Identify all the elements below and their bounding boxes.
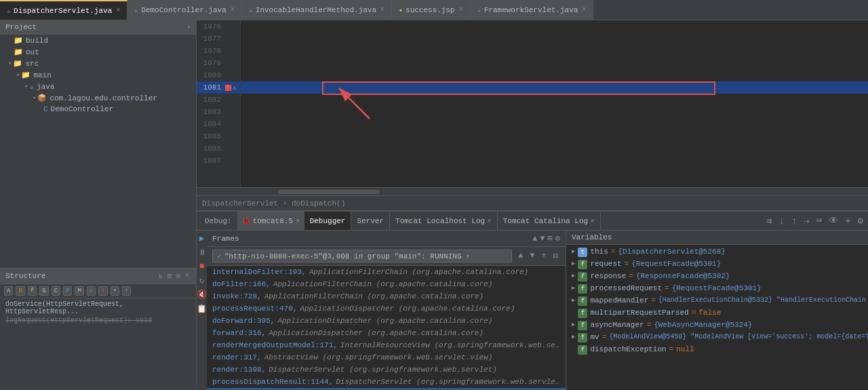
inherited-btn[interactable]: ↑ bbox=[122, 286, 131, 296]
pause-icon[interactable]: ⏸ bbox=[198, 248, 206, 258]
frame-item-0[interactable]: internalDoFilter:193, ApplicationFilterC… bbox=[207, 266, 566, 278]
tab-invocable[interactable]: ☕ InvocableHandlerMethod.java × bbox=[242, 0, 392, 20]
frames-filter-btn[interactable]: ⊞ bbox=[548, 233, 553, 243]
var-processed-request[interactable]: ▶ f processedRequest = {RequestFacade@53… bbox=[566, 283, 868, 295]
frames-up-btn[interactable]: ▲ bbox=[532, 234, 537, 243]
debug-session[interactable]: 🐞 tomcat8.5 × bbox=[237, 212, 304, 230]
tab-success-jsp[interactable]: ✦ success.jsp × bbox=[392, 0, 471, 20]
f-btn[interactable]: f bbox=[28, 286, 37, 296]
close-tab-1[interactable]: × bbox=[231, 6, 235, 14]
p-btn[interactable]: P bbox=[63, 286, 72, 296]
frame-item-4[interactable]: doForward:395, ApplicationDispatcher (or… bbox=[207, 315, 566, 327]
reconnect-icon[interactable]: ↻ bbox=[199, 275, 204, 286]
tree-controller-pkg[interactable]: ▾ 📦 com.lagou.edu.controller bbox=[0, 92, 196, 104]
tab-debugger[interactable]: Debugger bbox=[304, 212, 352, 230]
frames-settings-btn[interactable]: ⚙ bbox=[555, 233, 560, 243]
close-catalina-tab[interactable]: × bbox=[590, 217, 595, 225]
thread-down-btn[interactable]: ▼ bbox=[528, 251, 536, 261]
expand-this[interactable]: ▶ bbox=[572, 248, 575, 255]
horizontal-scrollbar[interactable] bbox=[197, 187, 868, 195]
frame-item-8[interactable]: render:1398, DispatcherServlet (org.spri… bbox=[207, 364, 566, 376]
line-number-1086: 1086 bbox=[197, 144, 225, 153]
add-watch-btn[interactable]: + bbox=[843, 216, 852, 227]
tree-src[interactable]: ▾ 📁 src bbox=[0, 58, 196, 69]
tree-build[interactable]: 📁 build bbox=[0, 35, 196, 46]
code-line-1085: triggerAfterCompletion(processedRequest,… bbox=[241, 130, 868, 142]
frame-item-3[interactable]: processRequest:470, ApplicationDispatche… bbox=[207, 303, 566, 315]
frame-item-6[interactable]: renderMergedOutputModel:171, InternalRes… bbox=[207, 339, 566, 351]
expand-icon[interactable]: ⊞ bbox=[166, 271, 173, 281]
anon-btn[interactable]: A bbox=[4, 286, 13, 296]
tree-main[interactable]: ▾ 📁 main bbox=[0, 69, 196, 81]
expand-mapped-handler[interactable]: ▶ bbox=[572, 296, 575, 304]
var-dispatch-exception[interactable]: ▶ f dispatchException = null bbox=[566, 344, 868, 356]
code-view[interactable]: 1076 1077 1078 bbox=[197, 20, 868, 187]
frame-item-5[interactable]: forward:316, ApplicationDispatcher (org.… bbox=[207, 327, 566, 339]
folder-icon-out: 📁 bbox=[14, 47, 23, 56]
tab-framework-servlet[interactable]: ☕ FrameworkServlet.java × bbox=[471, 0, 594, 20]
tab-tomcat-localhost[interactable]: Tomcat Localhost Log × bbox=[390, 212, 498, 230]
evaluate-btn[interactable]: ⌨ bbox=[814, 215, 824, 227]
var-async-manager[interactable]: ▶ f asyncManager = {WebAsyncManager@5324… bbox=[566, 319, 868, 332]
circle-btn[interactable]: ○ bbox=[87, 286, 96, 296]
expand-processed-request[interactable]: ▶ bbox=[572, 284, 575, 292]
scroll-thumb[interactable] bbox=[278, 190, 380, 194]
tree-demo-controller[interactable]: C DemoController bbox=[0, 104, 196, 115]
expand-mv[interactable]: ▶ bbox=[572, 333, 575, 340]
c-btn[interactable]: C bbox=[52, 286, 60, 296]
m-btn[interactable]: M bbox=[75, 286, 83, 296]
close-localhost-tab[interactable]: × bbox=[487, 217, 492, 225]
code-line-1087: } bbox=[241, 155, 868, 167]
tree-out[interactable]: 📁 out bbox=[0, 46, 196, 58]
expand-response[interactable]: ▶ bbox=[572, 272, 575, 279]
var-mapped-handler[interactable]: ▶ f mappedHandler = {HandlerExecutionCha… bbox=[566, 295, 868, 307]
frames-panel: Frames ▲ ▼ ⊞ ⚙ ✓ "ht bbox=[207, 231, 566, 390]
step-out-btn[interactable]: ↑ bbox=[789, 216, 799, 227]
get-thread-dump-icon[interactable]: 📋 bbox=[197, 304, 207, 314]
tab-tomcat-catalina[interactable]: Tomcat Catalina Log × bbox=[498, 212, 601, 230]
close-tab-2[interactable]: × bbox=[380, 6, 384, 14]
step-into-btn[interactable]: ↓ bbox=[776, 216, 786, 227]
settings-debug-btn[interactable]: ⚙ bbox=[856, 215, 865, 227]
close-tab-0[interactable]: × bbox=[116, 7, 120, 14]
thread-selector[interactable]: ✓ "http-nio-8080-exec-5"@3,008 in group … bbox=[212, 250, 512, 262]
var-request[interactable]: ▶ f request = {RequestFacade@5301} bbox=[566, 258, 868, 271]
expand-request[interactable]: ▶ bbox=[572, 260, 575, 267]
run-to-cursor-btn[interactable]: ⇢ bbox=[802, 215, 811, 227]
thread-up-btn[interactable]: ▲ bbox=[516, 251, 525, 261]
b-btn[interactable]: B bbox=[16, 286, 24, 296]
frame-item-2[interactable]: invoke:728, ApplicationFilterChain (org.… bbox=[207, 290, 566, 303]
sort-icon[interactable]: ⇅ bbox=[157, 271, 164, 281]
thread-add-btn[interactable]: + bbox=[540, 251, 549, 261]
var-response[interactable]: ▶ f response = {ResponseFacade@5302} bbox=[566, 271, 868, 283]
frames-down-btn[interactable]: ▼ bbox=[540, 234, 545, 243]
err-btn[interactable]: ! bbox=[98, 286, 107, 296]
tab-server[interactable]: Server bbox=[351, 212, 390, 230]
step-over-btn[interactable]: ⇉ bbox=[764, 215, 774, 227]
watch-btn[interactable]: 👁 bbox=[827, 216, 840, 227]
stop-icon[interactable]: ■ bbox=[199, 262, 204, 271]
structure-item-0[interactable]: doService(HttpServletRequest, HttpServle… bbox=[3, 300, 193, 316]
dot-btn[interactable]: • bbox=[111, 286, 119, 296]
close-tab-3[interactable]: × bbox=[459, 6, 463, 14]
settings-icon[interactable]: ⚙ bbox=[175, 271, 182, 281]
frame-item-1[interactable]: doFilter:166, ApplicationFilterChain (or… bbox=[207, 278, 566, 290]
frame-item-7[interactable]: render:317, AbstractView (org.springfram… bbox=[207, 351, 566, 364]
close-structure-icon[interactable]: × bbox=[184, 271, 191, 281]
expand-async[interactable]: ▶ bbox=[572, 321, 575, 328]
tree-java[interactable]: ▾ ☕ java bbox=[0, 81, 196, 92]
var-this[interactable]: ▶ t this = {DispatcherServlet@5268} bbox=[566, 246, 868, 258]
var-multipart[interactable]: ▶ f multipartRequestParsed = false bbox=[566, 307, 868, 319]
structure-item-1[interactable]: logRequest(HttpServletRequest): void bbox=[3, 316, 193, 325]
close-session-icon[interactable]: × bbox=[296, 217, 300, 225]
thread-hide-btn[interactable]: ⊟ bbox=[551, 251, 560, 261]
resume-icon[interactable]: ▶ bbox=[199, 233, 204, 243]
close-tab-4[interactable]: × bbox=[582, 6, 586, 14]
breakpoint-1081[interactable] bbox=[225, 85, 231, 91]
g-btn[interactable]: G bbox=[39, 286, 48, 296]
tab-demo-controller[interactable]: ☕ DemoController.java × bbox=[127, 0, 241, 20]
frame-item-9[interactable]: processDispatchResult:1144, DispatcherSe… bbox=[207, 376, 566, 388]
var-mv[interactable]: ▶ f mv = {ModelAndView@5458} "ModelAndVi… bbox=[566, 332, 868, 344]
mute-icon[interactable]: 🔇 bbox=[197, 290, 207, 300]
tab-dispatcher-servlet[interactable]: ☕ DispatcherServlet.java × bbox=[0, 0, 127, 20]
